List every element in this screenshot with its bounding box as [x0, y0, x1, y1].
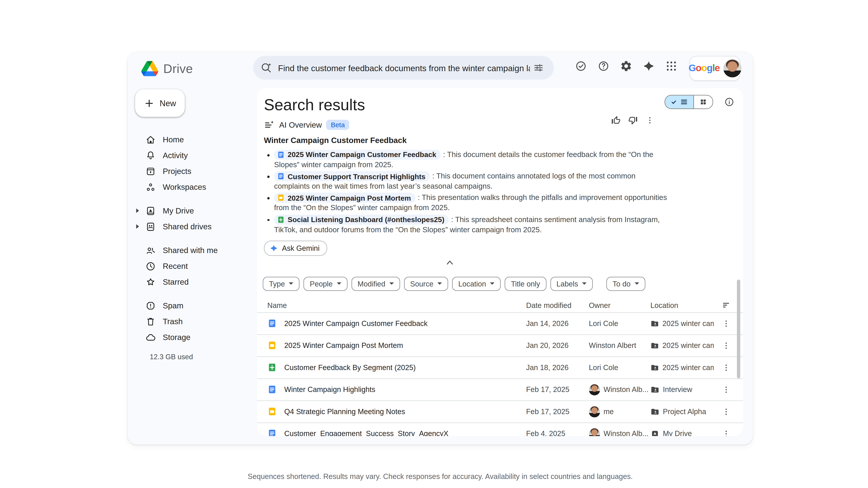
- cell-owner: Lori Cole: [589, 319, 618, 328]
- filter-chip-row: Type People Modified Source Location Tit…: [263, 277, 743, 291]
- thumbs-up-icon[interactable]: [609, 113, 623, 128]
- clock-icon: [145, 261, 156, 271]
- ai-overview-actions: [609, 113, 657, 128]
- column-header-name[interactable]: Name: [268, 301, 526, 310]
- cell-date: Feb 4, 2025: [526, 429, 589, 436]
- check-icon: [671, 98, 678, 106]
- sidebar-item-recent[interactable]: Recent: [135, 258, 257, 274]
- sidebar-item-shared-with-me[interactable]: Shared with me: [135, 242, 257, 258]
- location-chip[interactable]: 2025 winter cam: [651, 341, 714, 350]
- gemini-spark-icon[interactable]: [638, 55, 660, 77]
- file-chip[interactable]: 2025 Winter Campaign Post Mortem: [274, 193, 416, 203]
- location-chip[interactable]: Project Alpha: [651, 407, 714, 416]
- expand-arrow-icon[interactable]: [136, 224, 139, 229]
- filter-labels[interactable]: Labels: [550, 277, 593, 291]
- search-options-button[interactable]: [530, 59, 547, 76]
- row-menu-button[interactable]: [714, 407, 739, 416]
- filter-title-only[interactable]: Title only: [505, 277, 546, 291]
- sort-button[interactable]: [714, 301, 739, 311]
- expand-arrow-icon[interactable]: [136, 208, 139, 213]
- row-menu-button[interactable]: [714, 341, 739, 350]
- sidebar-item-trash[interactable]: Trash: [135, 314, 257, 329]
- disclaimer-text: Sequences shortened. Results may vary. C…: [128, 472, 753, 481]
- cell-date: Jan 18, 2026: [526, 363, 589, 372]
- top-icon-row: [569, 55, 683, 77]
- filter-type[interactable]: Type: [263, 277, 300, 291]
- file-chip[interactable]: Social Listening Dashboard (#ontheslopes…: [274, 215, 449, 225]
- details-info-icon[interactable]: [723, 96, 735, 108]
- my-drive-location-icon: [651, 429, 659, 436]
- kebab-menu-icon: [722, 319, 731, 328]
- slides-icon: [268, 341, 277, 350]
- shared-folder-icon: [651, 319, 659, 328]
- scrollbar-thumb[interactable]: [737, 280, 740, 379]
- sidebar-item-home[interactable]: Home: [135, 132, 257, 148]
- ask-gemini-button[interactable]: Ask Gemini: [264, 240, 328, 256]
- column-header-date-modified[interactable]: Date modified: [526, 301, 589, 310]
- location-chip[interactable]: My Drive: [651, 429, 714, 436]
- sidebar-item-activity[interactable]: Activity: [135, 148, 257, 163]
- row-menu-button[interactable]: [714, 385, 739, 394]
- location-chip[interactable]: Interview: [651, 385, 714, 394]
- sidebar-item-projects[interactable]: Projects: [135, 163, 257, 179]
- files-table: Name Date modified Owner Location 2025 W…: [257, 299, 743, 436]
- star-icon: [145, 276, 156, 287]
- table-row[interactable]: Q4 Strategic Planning Meeting Notes Feb …: [257, 400, 743, 422]
- location-chip[interactable]: 2025 winter cam: [651, 319, 714, 328]
- column-header-owner[interactable]: Owner: [589, 301, 651, 310]
- user-avatar[interactable]: [723, 59, 741, 77]
- owner-avatar: [589, 428, 600, 436]
- table-row[interactable]: Winter Campaign Highlights Feb 17, 2025 …: [257, 379, 743, 400]
- sidebar-item-storage[interactable]: Storage: [135, 329, 257, 345]
- filter-location[interactable]: Location: [452, 277, 501, 291]
- row-menu-button[interactable]: [714, 363, 739, 372]
- sidebar-item-workspaces[interactable]: Workspaces: [135, 179, 257, 195]
- slides-icon: [277, 194, 285, 202]
- table-body: 2025 Winter Campaign Customer Feedback J…: [257, 312, 743, 436]
- column-header-location[interactable]: Location: [651, 301, 714, 310]
- sidebar-item-shared-drives[interactable]: Shared drives: [135, 219, 257, 234]
- collapse-ai-overview-button[interactable]: [441, 258, 456, 267]
- docs-icon: [268, 319, 277, 328]
- approvals-check-icon[interactable]: [569, 55, 592, 77]
- shared-folder-icon: [651, 341, 659, 350]
- settings-gear-icon[interactable]: [615, 55, 638, 77]
- sidebar: New Home Activity: [128, 88, 257, 445]
- owner-avatar: [589, 384, 600, 395]
- account-pill[interactable]: Google: [689, 56, 740, 81]
- drive-app-window: Drive Find the customer feedback documen…: [128, 52, 753, 445]
- apps-grid-icon[interactable]: [660, 55, 683, 77]
- table-row[interactable]: Customer_Engagement_Success_Story_Agency…: [257, 422, 743, 436]
- search-input[interactable]: Find the customer feedback documents fro…: [253, 56, 554, 80]
- filter-source[interactable]: Source: [404, 277, 448, 291]
- filter-people[interactable]: People: [304, 277, 347, 291]
- sheets-icon: [268, 363, 277, 372]
- thumbs-down-icon[interactable]: [626, 113, 640, 128]
- google-logo: Google: [688, 63, 720, 74]
- filter-modified[interactable]: Modified: [351, 277, 400, 291]
- new-button[interactable]: New: [135, 89, 185, 117]
- drive-brand[interactable]: Drive: [141, 61, 193, 76]
- sidebar-item-spam[interactable]: Spam: [135, 298, 257, 314]
- ai-overview-menu-icon[interactable]: [643, 113, 657, 128]
- row-menu-button[interactable]: [714, 319, 739, 328]
- table-row[interactable]: 2025 Winter Campaign Post Mortem Jan 20,…: [257, 334, 743, 357]
- sidebar-item-my-drive[interactable]: My Drive: [135, 203, 257, 219]
- list-view-button[interactable]: [665, 96, 694, 109]
- ai-search-icon: [260, 62, 272, 74]
- file-chip[interactable]: 2025 Winter Campaign Customer Feedback: [274, 150, 441, 160]
- grid-view-button[interactable]: [694, 96, 713, 109]
- sidebar-item-label: Storage: [163, 333, 191, 342]
- sidebar-item-starred[interactable]: Starred: [135, 274, 257, 290]
- filter-to-do[interactable]: To do: [607, 277, 645, 291]
- cell-owner: Winston Alb...: [603, 385, 649, 394]
- help-icon[interactable]: [592, 55, 615, 77]
- cell-date: Jan 20, 2026: [526, 341, 589, 350]
- row-menu-button[interactable]: [714, 429, 739, 436]
- search-query-text: Find the customer feedback documents fro…: [278, 63, 530, 73]
- file-chip[interactable]: Customer Support Transcript Highlights: [274, 171, 430, 182]
- bell-icon: [145, 150, 156, 161]
- location-chip[interactable]: 2025 winter cam: [651, 363, 714, 372]
- table-row[interactable]: Customer Feedback By Segment (2025) Jan …: [257, 356, 743, 379]
- table-row[interactable]: 2025 Winter Campaign Customer Feedback J…: [257, 312, 743, 334]
